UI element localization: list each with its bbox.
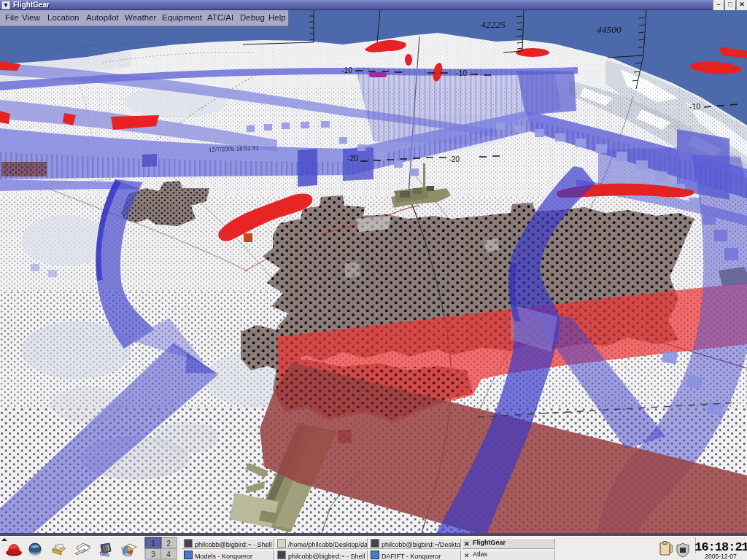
svg-text:2: 2 <box>166 540 171 548</box>
svg-text:3: 3 <box>151 551 155 559</box>
svg-text:-20: -20 <box>347 154 358 163</box>
svg-text:4: 4 <box>166 551 171 559</box>
svg-text:-10: -10 <box>456 69 467 77</box>
svg-text:1: 1 <box>151 540 155 548</box>
svg-text:-10: -10 <box>341 66 352 74</box>
svg-text:-10: -10 <box>689 102 700 111</box>
svg-text:44500: 44500 <box>597 24 622 35</box>
svg-text:2005-12-07: 2005-12-07 <box>705 553 737 560</box>
svg-text:-20: -20 <box>449 155 460 163</box>
svg-text:42225: 42225 <box>481 19 506 30</box>
